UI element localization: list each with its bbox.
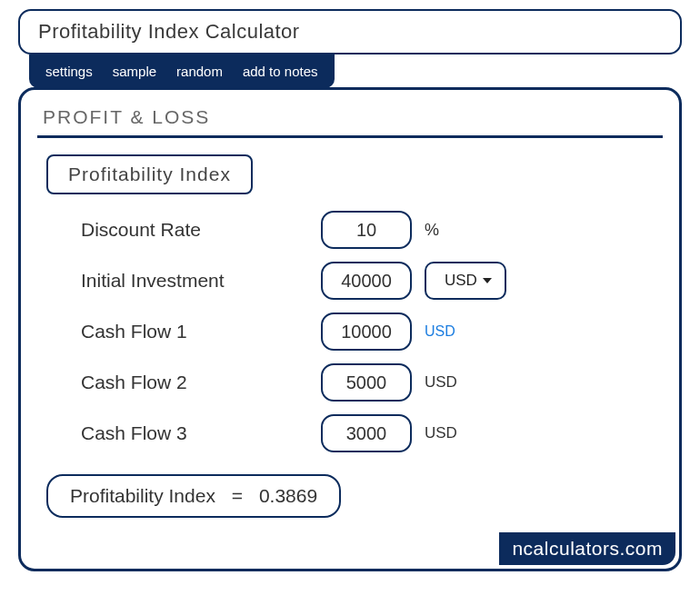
result-equals: = [232, 485, 243, 507]
watermark: ncalculators.com [499, 532, 675, 565]
section-title: PROFIT & LOSS [37, 103, 663, 138]
cash-flow-3-label: Cash Flow 3 [81, 422, 308, 444]
row-cash-flow-2: Cash Flow 2 USD [81, 363, 663, 402]
row-cash-flow-1: Cash Flow 1 USD [81, 312, 663, 351]
result-box: Profitability Index = 0.3869 [46, 474, 341, 518]
input-rows: Discount Rate % Initial Investment USD C… [81, 211, 663, 452]
cash-flow-3-unit: USD [425, 424, 457, 442]
toolbar: settings sample random add to notes [29, 55, 335, 88]
discount-rate-input[interactable] [321, 211, 412, 249]
row-initial-investment: Initial Investment USD [81, 262, 663, 300]
cash-flow-3-input[interactable] [321, 414, 412, 452]
cash-flow-1-unit: USD [425, 323, 455, 340]
chevron-down-icon [483, 278, 492, 283]
cash-flow-2-unit: USD [425, 373, 457, 392]
initial-investment-label: Initial Investment [81, 270, 308, 292]
cash-flow-2-label: Cash Flow 2 [81, 372, 308, 393]
currency-select[interactable]: USD [425, 262, 506, 300]
random-button[interactable]: random [176, 64, 223, 79]
page-title: Profitability Index Calculator [18, 9, 682, 55]
row-cash-flow-3: Cash Flow 3 USD [81, 414, 663, 452]
initial-investment-input[interactable] [321, 262, 412, 300]
cash-flow-2-input[interactable] [321, 363, 412, 402]
sub-title: Profitability Index [46, 154, 253, 194]
result-label: Profitability Index [70, 485, 215, 507]
settings-button[interactable]: settings [45, 64, 93, 79]
result-value: 0.3869 [259, 485, 317, 507]
currency-select-label: USD [445, 272, 477, 290]
cash-flow-1-label: Cash Flow 1 [81, 321, 308, 342]
row-discount-rate: Discount Rate % [81, 211, 663, 249]
percent-unit: % [425, 221, 439, 240]
discount-rate-label: Discount Rate [81, 219, 308, 241]
calculator-panel: PROFIT & LOSS Profitability Index Discou… [18, 87, 682, 571]
cash-flow-1-input[interactable] [321, 312, 412, 351]
add-to-notes-button[interactable]: add to notes [243, 64, 318, 79]
sample-button[interactable]: sample [113, 64, 156, 79]
